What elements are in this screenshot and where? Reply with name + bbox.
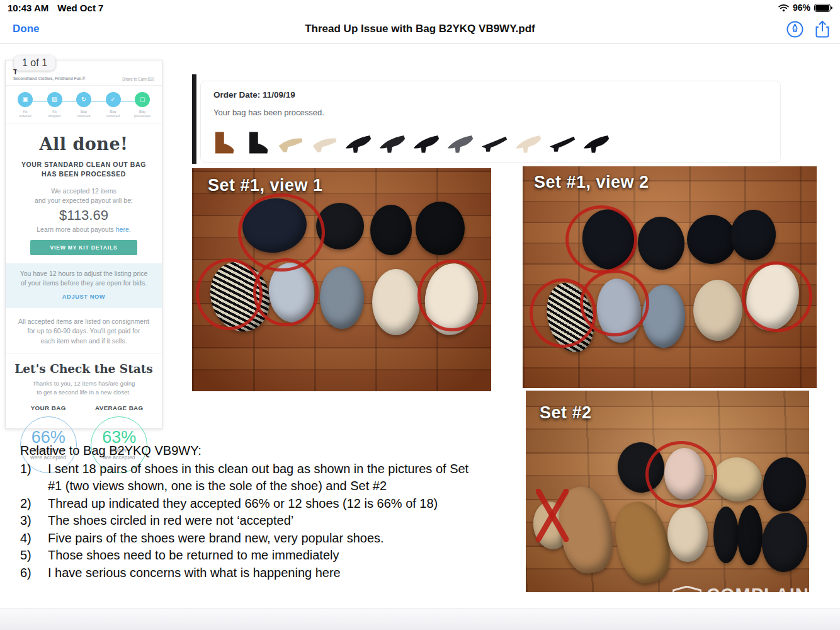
shoe-pair — [372, 269, 420, 335]
red-circle-annotation — [253, 258, 319, 326]
shoe-pair — [320, 266, 364, 329]
order-date: Order Date: 11/09/19 — [213, 90, 295, 100]
nav-bar: Done Thread Up Issue with Bag B2YKQ VB9W… — [0, 15, 840, 43]
red-circle-annotation — [417, 260, 487, 331]
markup-icon[interactable] — [786, 21, 803, 38]
progress-steps: ▣Kitordered▧Kitshipped↻Bagreturned✓Bagre… — [6, 85, 162, 124]
complaint-item: 3)The shoes circled in red were not ‘acc… — [20, 512, 476, 530]
item-thumbnail-brown-tall-boot — [208, 124, 236, 157]
step-label: Kitordered — [19, 110, 31, 118]
item-thumbnail-black-strappy-sandal — [480, 124, 508, 157]
status-bar: 10:43 AM Wed Oct 7 96% — [0, 0, 840, 15]
screenshot-edge-bar — [192, 74, 196, 164]
share-icon[interactable] — [815, 20, 830, 38]
thredup-tagline: Secondhand Clothes, Firsthand Fun.® — [13, 76, 86, 81]
progress-step: ↻Bagreturned — [71, 92, 97, 118]
item-thumbnail-black-stiletto-pump — [412, 124, 440, 157]
step-icon: ✓ — [106, 92, 121, 107]
progress-step: ▧Kitshipped — [42, 92, 68, 118]
stats-subtitle: Thanks to you, 12 items has/are going to… — [6, 379, 162, 397]
progress-step: ✓Bagreceived — [100, 92, 127, 118]
shoe-pair — [760, 512, 809, 574]
progress-step: ▣Kitordered — [12, 92, 38, 118]
complaint-item: 6)I have serious concerns with what is h… — [20, 564, 476, 582]
battery-percent: 96% — [793, 3, 810, 13]
shoe-pair — [693, 280, 742, 341]
item-thumbnail-black-block-heel-pump — [378, 124, 406, 157]
item-thumbnail-black-ankle-strap-heel — [548, 124, 576, 157]
shoe-pair — [642, 285, 685, 348]
order-screenshot: Order Date: 11/09/19 Your bag has been p… — [200, 81, 781, 163]
photo-label: Set #2 — [540, 403, 592, 423]
accepted-summary: We accepted 12 items and your expected p… — [6, 186, 162, 205]
view-kit-details-button: VIEW MY KIT DETAILS — [30, 240, 137, 255]
complaint-item: 1)I sent 18 pairs of shoes in this clean… — [20, 461, 476, 495]
step-label: Kitshipped — [48, 110, 61, 118]
item-thumbnail-black-kitten-heel — [344, 124, 372, 157]
page-indicator: 1 of 1 — [14, 55, 55, 71]
step-label: Bagreturned — [77, 110, 91, 118]
order-status: Your bag has been processed. — [213, 108, 324, 117]
complaint-item: 5)Those shoes need to be returned to me … — [20, 547, 476, 564]
complaint-item: 2)Thread up indicated they accepted 66% … — [20, 495, 476, 513]
pdf-page[interactable]: 1 of 1 T Secondhand Clothes, Firsthand F… — [0, 44, 840, 609]
red-circle-annotation — [742, 261, 812, 332]
bottom-strip — [0, 609, 840, 630]
complaint-notes: Relative to Bag B2YKQ VB9WY: 1)I sent 18… — [20, 442, 476, 581]
date: Wed Oct 7 — [57, 3, 103, 13]
step-icon: ▧ — [47, 92, 62, 107]
battery-icon — [814, 4, 832, 12]
email-subhead: YOUR STANDARD CLEAN OUT BAG HAS BEEN PRO… — [6, 160, 162, 180]
shoe-pair — [729, 209, 777, 262]
photo-label: Set #1, view 2 — [534, 173, 649, 192]
shoe-pair — [687, 215, 736, 264]
learn-more-line: Learn more about payouts here. — [6, 226, 162, 233]
shoe-pair — [713, 507, 739, 563]
step-icon: ▣ — [18, 92, 33, 107]
thredup-email-screenshot: T Secondhand Clothes, Firsthand Fun.® Sh… — [5, 60, 162, 429]
accepted-items-row — [208, 124, 610, 157]
red-x-annotation — [536, 489, 569, 542]
photo-label: Set #1, view 1 — [208, 176, 323, 195]
photo-set1-view2: Set #1, view 2 — [523, 166, 817, 388]
shoe-pair — [761, 456, 808, 513]
watermark-line1: COMPLAINTS — [707, 586, 840, 604]
complaint-item: 4)Five pairs of the shoes were brand new… — [20, 530, 476, 547]
shoe-pair — [416, 202, 465, 255]
step-label: Bagreceived — [106, 110, 120, 118]
stats-title: Let's Check the Stats — [6, 362, 162, 375]
shoe-pair — [608, 496, 676, 588]
wifi-icon — [778, 4, 789, 12]
shoe-pair — [711, 455, 764, 504]
payouts-here-link: here. — [116, 226, 131, 233]
item-thumbnail-gray-pump — [446, 124, 474, 157]
red-circle-annotation — [645, 441, 717, 508]
red-circle-annotation — [565, 205, 637, 273]
email-headline: All done! — [6, 134, 162, 154]
clock: 10:43 AM — [8, 3, 48, 13]
shoe-pair — [667, 507, 708, 562]
photo-set1-view1: Set #1, view 1 — [192, 168, 491, 391]
red-circle-annotation — [580, 270, 649, 336]
done-button[interactable]: Done — [13, 23, 40, 35]
step-icon: ↻ — [76, 92, 91, 107]
item-thumbnail-beige-mule — [310, 124, 338, 157]
step-icon: ▢ — [135, 92, 150, 107]
payout-amount: $113.69 — [6, 207, 162, 224]
document-title: Thread Up Issue with Bag B2YKQ VB9WY.pdf — [0, 23, 840, 35]
notes-heading: Relative to Bag B2YKQ VB9WY: — [20, 442, 476, 460]
shoe-pair — [370, 205, 412, 255]
step-label: Bagprocessed — [134, 110, 150, 118]
item-thumbnail-black-pump — [582, 124, 610, 157]
consignment-note: All accepted items are listed on consign… — [6, 309, 162, 353]
progress-step: ▢Bagprocessed — [129, 92, 156, 118]
item-thumbnail-tan-block-heel-loafer — [276, 124, 304, 157]
adjust-now-link: ADJUST NOW — [14, 293, 153, 301]
photo-set2: Set #2 — [526, 391, 809, 592]
adjust-price-box: You have 12 hours to adjust the listing … — [6, 263, 162, 308]
item-thumbnail-cream-platform-pump — [514, 124, 542, 157]
share-to-earn-link: Share to Earn $10 — [122, 77, 154, 81]
item-thumbnail-black-heeled-bootie — [242, 124, 270, 157]
shoe-pair — [636, 215, 686, 272]
shoe-pair — [737, 505, 763, 565]
